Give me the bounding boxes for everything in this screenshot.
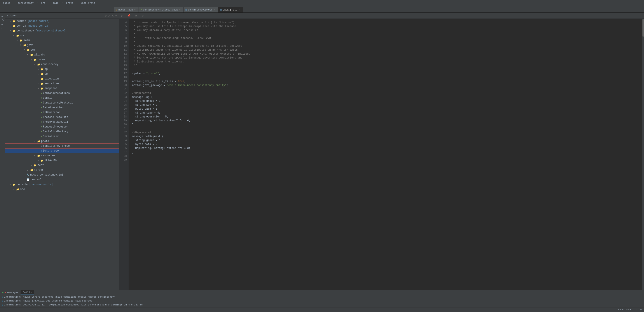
collapse-icon[interactable]: ⤡ [112,14,114,17]
tree-arrow-resources: ▶ [34,155,37,157]
bottom-close-btn[interactable]: ✕ [31,291,32,294]
tree-ap[interactable]: ▶ 📁 ap [5,67,119,72]
code-line-11: * distributed under the License is distr… [132,48,638,52]
nav-consistency[interactable]: consistency [16,1,35,5]
class-icon-protocol-meta-data: ● [41,116,42,119]
settings-toolbar-icon[interactable]: ⚙ [121,14,122,17]
stop-icon: ■ [4,291,6,294]
tree-config-class[interactable]: ● Config [5,96,119,100]
tab-nacos-java[interactable]: ☕ Nacos.java ✕ [114,7,138,12]
tree-arrow-config: ▶ [10,25,13,27]
tree-serialize[interactable]: ▶ 📁 serialize [5,81,119,86]
tree-nacos-pkg[interactable]: ▼ 📁 nacos [5,57,119,62]
tree-pom[interactable]: 📄 pom.xml [5,177,119,182]
tree-data-proto-file[interactable]: ▤ Data.proto [5,149,119,153]
tab-close-consistency-proto[interactable]: ✕ [214,8,216,11]
proto-icon-2: ▤ [220,8,222,11]
tab-close-data-proto[interactable]: ✕ [238,8,240,11]
nav-proto[interactable]: proto [65,1,74,5]
tree-label-snapshot: snapshot [44,87,57,90]
tree-arrow-nacos-pkg: ▼ [30,58,34,61]
line-numbers: 4 5 6 7 8 9 10 11 12 13 14 15 16 17 18 1… [119,19,128,290]
tree-exception[interactable]: ▶ 📁 exception [5,76,119,81]
tab-close-nacos[interactable]: ✕ [134,8,136,11]
bottom-tab-messages[interactable]: ▶ ■ Messages [0,290,20,295]
tree-protocol-meta-data[interactable]: ● ProtocolMetaData [5,115,119,120]
nav-src[interactable]: src [40,1,47,5]
tree-consistency-proto-file[interactable]: ▤ consistency.proto [5,144,119,149]
editor-toolbar: ⚙ 📌 ⊞ ⤢ [119,13,644,19]
tree-consistency-pkg[interactable]: ▼ 📁 consistency [5,62,119,67]
class-icon-data-operation: ● [41,106,42,109]
tree-snapshot[interactable]: ▶ 📁 snapshot [5,86,119,91]
tree-cp[interactable]: ▶ 📁 cp [5,72,119,76]
tree-arrow-proto-folder: ▼ [34,140,37,142]
tree-iml[interactable]: 🔧 nacos-consistency.iml [5,172,119,177]
nav-main[interactable]: main [52,1,60,5]
tree-common[interactable]: ▶ 📁 common [nacos-common] [5,19,119,23]
bottom-tab-build[interactable]: Build ✕ [20,290,34,295]
tab-close-consistency-protocol[interactable]: ✕ [179,8,181,11]
tree-config[interactable]: ▶ 📁 config [nacos-config] [5,23,119,28]
tree-target[interactable]: ▶ 📁 target [5,168,119,172]
tree-label-pom: pom.xml [30,178,42,181]
status-zoom: 2% [640,309,642,311]
pin-icon[interactable]: 📌 [127,14,130,17]
tree-command-operations[interactable]: ● CommandOperations [5,91,119,96]
tree-com[interactable]: ▼ 📁 com [5,48,119,52]
code-line-16 [132,68,638,72]
bottom-tab-bar: ▶ ■ Messages Build ✕ [0,290,644,295]
sidebar-header: Project ⚙ ⤢ ⤡ ≡ [5,13,119,19]
tree-label-config-class: Config [43,97,52,100]
tree-java[interactable]: ▼ 📁 java [5,43,119,48]
tree-consistency-protocol[interactable]: ● ConsistencyProtocol [5,100,119,105]
tab-consistency-proto[interactable]: ▤ consistency.proto ✕ [184,7,218,12]
nav-dataproto[interactable]: Data.proto [80,1,96,5]
class-icon-consistency-protocol: ● [41,102,42,104]
info-icon-3: ℹ [2,304,3,307]
status-cursor: 1:1 [634,309,638,311]
sidebar-title: Project [7,14,17,17]
tree-serializer[interactable]: ● Serializer [5,134,119,139]
code-line-35: bytes data = 2; [132,142,638,146]
tree-alibaba[interactable]: ▼ 📁 alibaba [5,52,119,57]
tree-arrow-ap: ▶ [38,68,41,71]
tree-main[interactable]: ▼ 📁 main [5,38,119,43]
tree-request-processor[interactable]: ● RequestProcessor [5,125,119,129]
layout-icon[interactable]: ⊞ [135,14,137,17]
msg-text-3: Information: 2023/1/18 19:51 - Compilati… [4,304,143,306]
tree-label-resources: resources [41,154,55,157]
code-line-23: message Log { [132,95,638,99]
left-tab-project[interactable]: 1: Project [1,14,4,30]
main-layout: 1: Project Project ⚙ ⤢ ⤡ ≡ ▶ 📁 common [n… [0,13,644,290]
gear-icon[interactable]: ≡ [115,14,117,17]
class-icon-proto-message-util: ● [41,121,42,123]
tree-label-main: main [24,39,30,42]
code-editor[interactable]: * Licensed under the Apache License, Ver… [128,19,642,290]
code-line-24: string group = 1; [132,99,638,103]
tree-label-iml: nacos-consistency.iml [30,173,63,176]
tree-test[interactable]: ▶ 📁 test [5,163,119,168]
tree-resources[interactable]: ▶ 📁 resources [5,153,119,158]
tree-meta-inf[interactable]: ▶ 📁 META-INF [5,158,119,163]
tree-serialize-factory[interactable]: ● SerializeFactory [5,129,119,134]
tab-data-proto[interactable]: ▤ Data.proto ✕ [218,7,243,12]
tree-src[interactable]: ▼ 📁 src [5,33,119,38]
status-bar: CSON UTF-8 1:1 2% [0,307,644,312]
tab-consistency-protocol[interactable]: ● ConsistencyProtocol.java ✕ [138,7,183,12]
tree-proto-message-util[interactable]: ● ProtoMessageUtil [5,120,119,125]
tree-data-operation[interactable]: ● DataOperation [5,105,119,110]
tree-consistency[interactable]: ▼ 📁 consistency [nacos-consistency] [5,28,119,33]
settings-icon[interactable]: ⚙ [105,14,106,17]
tree-arrow-consistency-pkg: ▼ [34,63,37,65]
tree-id-generator[interactable]: ● IdGenerator [5,110,119,115]
tree-proto-folder[interactable]: ▼ 📁 proto [5,139,119,144]
expand-icon[interactable]: ⤢ [108,14,110,17]
tree-label-exception: exception [44,77,59,80]
tree-console-src[interactable]: ▼ 📁 src [5,187,119,192]
tree-console[interactable]: ▼ 📁 console [nacos-console] [5,182,119,187]
class-icon-id-generator: ● [41,111,42,114]
nav-nacos[interactable]: nacos [2,1,12,5]
editor-scrollbar[interactable] [642,19,644,290]
expand-editor-icon[interactable]: ⤢ [142,14,144,17]
